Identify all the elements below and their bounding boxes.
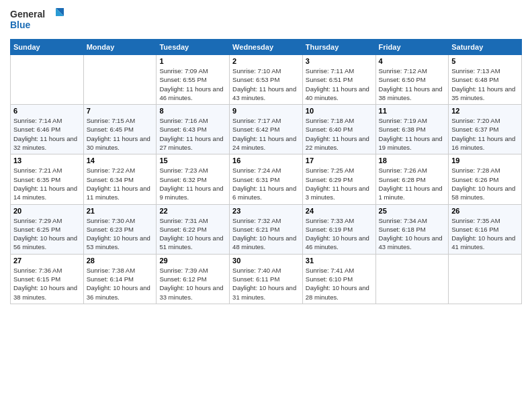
day-cell-21: 21Sunrise: 7:30 AMSunset: 6:23 PMDayligh…	[83, 204, 157, 254]
day-info: Sunrise: 7:41 AMSunset: 6:10 PMDaylight:…	[306, 266, 373, 302]
empty-cell	[375, 254, 449, 304]
day-number: 11	[379, 107, 446, 115]
day-cell-19: 19Sunrise: 7:28 AMSunset: 6:26 PMDayligh…	[449, 154, 522, 204]
day-number: 10	[306, 107, 373, 115]
day-cell-14: 14Sunrise: 7:22 AMSunset: 6:34 PMDayligh…	[83, 154, 157, 204]
day-info: Sunrise: 7:13 AMSunset: 6:48 PMDaylight:…	[451, 66, 519, 102]
day-info: Sunrise: 7:16 AMSunset: 6:43 PMDaylight:…	[159, 116, 226, 152]
day-info: Sunrise: 7:18 AMSunset: 6:40 PMDaylight:…	[306, 116, 373, 152]
day-number: 27	[13, 257, 81, 265]
day-info: Sunrise: 7:15 AMSunset: 6:45 PMDaylight:…	[87, 116, 154, 152]
day-cell-13: 13Sunrise: 7:21 AMSunset: 6:35 PMDayligh…	[11, 154, 84, 204]
day-cell-5: 5Sunrise: 7:13 AMSunset: 6:48 PMDaylight…	[449, 55, 522, 105]
day-cell-8: 8Sunrise: 7:16 AMSunset: 6:43 PMDaylight…	[157, 105, 230, 154]
day-cell-22: 22Sunrise: 7:31 AMSunset: 6:22 PMDayligh…	[157, 204, 230, 254]
day-info: Sunrise: 7:35 AMSunset: 6:16 PMDaylight:…	[451, 216, 519, 252]
day-cell-4: 4Sunrise: 7:12 AMSunset: 6:50 PMDaylight…	[375, 55, 449, 105]
day-number: 22	[159, 207, 226, 215]
day-number: 30	[232, 257, 300, 265]
day-cell-12: 12Sunrise: 7:20 AMSunset: 6:37 PMDayligh…	[449, 105, 522, 154]
day-cell-31: 31Sunrise: 7:41 AMSunset: 6:10 PMDayligh…	[302, 254, 375, 304]
day-cell-6: 6Sunrise: 7:14 AMSunset: 6:46 PMDaylight…	[11, 105, 84, 154]
day-info: Sunrise: 7:23 AMSunset: 6:32 PMDaylight:…	[159, 166, 226, 201]
weekday-header-tuesday: Tuesday	[157, 40, 230, 55]
day-number: 2	[232, 57, 300, 65]
weekday-header-monday: Monday	[83, 40, 157, 55]
day-number: 29	[159, 257, 226, 265]
day-cell-23: 23Sunrise: 7:32 AMSunset: 6:21 PMDayligh…	[230, 204, 303, 254]
day-info: Sunrise: 7:30 AMSunset: 6:23 PMDaylight:…	[87, 216, 154, 252]
day-number: 16	[232, 156, 300, 165]
svg-text:Blue: Blue	[10, 19, 31, 30]
day-number: 25	[379, 207, 446, 215]
day-cell-25: 25Sunrise: 7:34 AMSunset: 6:18 PMDayligh…	[375, 204, 449, 254]
day-number: 15	[159, 156, 226, 165]
day-number: 1	[159, 57, 226, 65]
day-number: 8	[159, 107, 226, 115]
day-cell-3: 3Sunrise: 7:11 AMSunset: 6:51 PMDaylight…	[302, 55, 375, 105]
day-number: 7	[87, 107, 154, 115]
weekday-header-thursday: Thursday	[302, 40, 375, 55]
empty-cell	[449, 254, 522, 304]
day-cell-28: 28Sunrise: 7:38 AMSunset: 6:14 PMDayligh…	[83, 254, 157, 304]
day-cell-27: 27Sunrise: 7:36 AMSunset: 6:15 PMDayligh…	[11, 254, 84, 304]
day-number: 26	[451, 207, 519, 215]
day-number: 28	[87, 257, 154, 265]
day-cell-15: 15Sunrise: 7:23 AMSunset: 6:32 PMDayligh…	[157, 154, 230, 204]
day-number: 6	[13, 107, 81, 115]
week-row-2: 6Sunrise: 7:14 AMSunset: 6:46 PMDaylight…	[11, 105, 522, 154]
day-info: Sunrise: 7:36 AMSunset: 6:15 PMDaylight:…	[13, 266, 81, 302]
day-number: 4	[379, 57, 446, 65]
day-number: 9	[232, 107, 300, 115]
day-number: 31	[306, 257, 373, 265]
day-info: Sunrise: 7:28 AMSunset: 6:26 PMDaylight:…	[451, 166, 519, 201]
day-info: Sunrise: 7:10 AMSunset: 6:53 PMDaylight:…	[232, 66, 300, 102]
day-cell-26: 26Sunrise: 7:35 AMSunset: 6:16 PMDayligh…	[449, 204, 522, 254]
day-cell-11: 11Sunrise: 7:19 AMSunset: 6:38 PMDayligh…	[375, 105, 449, 154]
day-cell-29: 29Sunrise: 7:39 AMSunset: 6:12 PMDayligh…	[157, 254, 230, 304]
day-cell-7: 7Sunrise: 7:15 AMSunset: 6:45 PMDaylight…	[83, 105, 157, 154]
day-number: 3	[306, 57, 373, 65]
day-info: Sunrise: 7:25 AMSunset: 6:29 PMDaylight:…	[306, 166, 373, 201]
day-info: Sunrise: 7:12 AMSunset: 6:50 PMDaylight:…	[379, 66, 446, 102]
day-number: 12	[451, 107, 519, 115]
logo-svg: General Blue	[10, 7, 64, 34]
logo: General Blue	[10, 7, 64, 34]
day-info: Sunrise: 7:29 AMSunset: 6:25 PMDaylight:…	[13, 216, 81, 252]
header: General Blue	[10, 7, 522, 34]
weekday-header-row: SundayMondayTuesdayWednesdayThursdayFrid…	[11, 40, 522, 55]
week-row-5: 27Sunrise: 7:36 AMSunset: 6:15 PMDayligh…	[11, 254, 522, 304]
weekday-header-saturday: Saturday	[449, 40, 522, 55]
calendar-table: SundayMondayTuesdayWednesdayThursdayFrid…	[10, 39, 522, 304]
day-cell-16: 16Sunrise: 7:24 AMSunset: 6:31 PMDayligh…	[230, 154, 303, 204]
day-cell-2: 2Sunrise: 7:10 AMSunset: 6:53 PMDaylight…	[230, 55, 303, 105]
day-number: 23	[232, 207, 300, 215]
empty-cell	[11, 55, 84, 105]
day-info: Sunrise: 7:11 AMSunset: 6:51 PMDaylight:…	[306, 66, 373, 102]
day-info: Sunrise: 7:38 AMSunset: 6:14 PMDaylight:…	[87, 266, 154, 302]
day-number: 13	[13, 156, 81, 165]
day-info: Sunrise: 7:32 AMSunset: 6:21 PMDaylight:…	[232, 216, 300, 252]
day-number: 17	[306, 156, 373, 165]
week-row-4: 20Sunrise: 7:29 AMSunset: 6:25 PMDayligh…	[11, 204, 522, 254]
day-info: Sunrise: 7:09 AMSunset: 6:55 PMDaylight:…	[159, 66, 226, 102]
day-cell-30: 30Sunrise: 7:40 AMSunset: 6:11 PMDayligh…	[230, 254, 303, 304]
day-number: 20	[13, 207, 81, 215]
weekday-header-sunday: Sunday	[11, 40, 84, 55]
day-info: Sunrise: 7:24 AMSunset: 6:31 PMDaylight:…	[232, 166, 300, 201]
week-row-1: 1Sunrise: 7:09 AMSunset: 6:55 PMDaylight…	[11, 55, 522, 105]
day-info: Sunrise: 7:34 AMSunset: 6:18 PMDaylight:…	[379, 216, 446, 252]
day-info: Sunrise: 7:39 AMSunset: 6:12 PMDaylight:…	[159, 266, 226, 302]
day-cell-1: 1Sunrise: 7:09 AMSunset: 6:55 PMDaylight…	[157, 55, 230, 105]
day-info: Sunrise: 7:40 AMSunset: 6:11 PMDaylight:…	[232, 266, 300, 302]
day-cell-9: 9Sunrise: 7:17 AMSunset: 6:42 PMDaylight…	[230, 105, 303, 154]
weekday-header-wednesday: Wednesday	[230, 40, 303, 55]
week-row-3: 13Sunrise: 7:21 AMSunset: 6:35 PMDayligh…	[11, 154, 522, 204]
day-number: 21	[87, 207, 154, 215]
day-number: 24	[306, 207, 373, 215]
day-info: Sunrise: 7:31 AMSunset: 6:22 PMDaylight:…	[159, 216, 226, 252]
day-cell-24: 24Sunrise: 7:33 AMSunset: 6:19 PMDayligh…	[302, 204, 375, 254]
day-cell-20: 20Sunrise: 7:29 AMSunset: 6:25 PMDayligh…	[11, 204, 84, 254]
weekday-header-friday: Friday	[375, 40, 449, 55]
day-number: 19	[451, 156, 519, 165]
